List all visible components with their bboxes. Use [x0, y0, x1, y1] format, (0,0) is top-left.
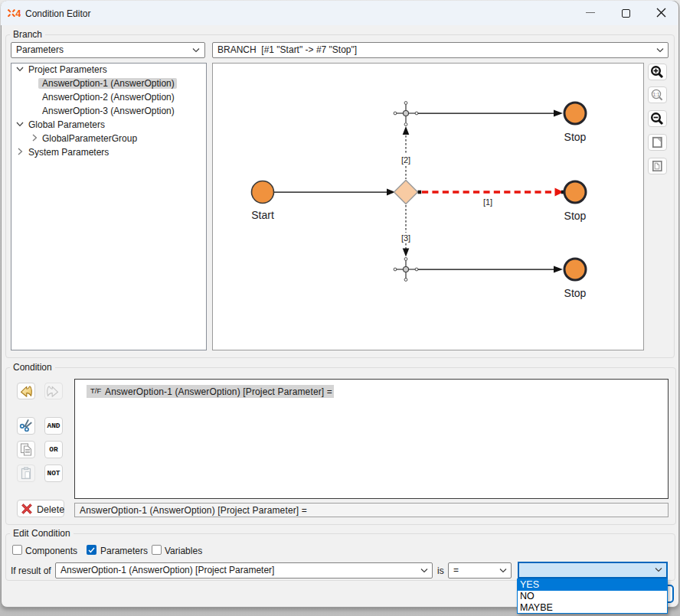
- svg-text:[2]: [2]: [401, 155, 410, 165]
- svg-text:[3]: [3]: [401, 233, 410, 243]
- svg-text:4: 4: [15, 9, 21, 17]
- svg-text:Stop: Stop: [564, 210, 587, 222]
- svg-text:Stop: Stop: [564, 131, 587, 143]
- svg-text:[1]: [1]: [483, 197, 492, 207]
- svg-text:1:1: 1:1: [652, 92, 659, 97]
- svg-text:Stop: Stop: [564, 287, 587, 299]
- svg-text:Start: Start: [251, 209, 274, 221]
